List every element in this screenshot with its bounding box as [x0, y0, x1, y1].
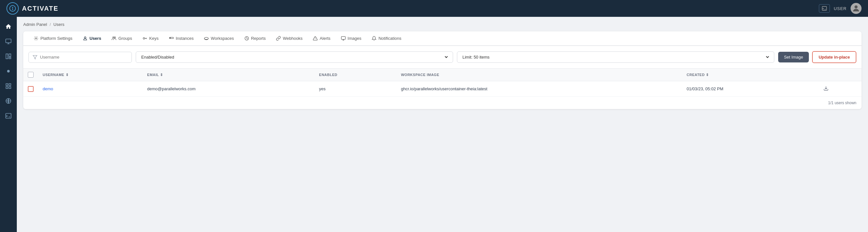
breadcrumb-users[interactable]: Users [53, 22, 64, 27]
sidebar-item-globe[interactable] [2, 94, 15, 108]
main-content: Admin Panel / Users Platform Settings Us… [17, 17, 868, 232]
enabled-filter[interactable]: Enabled/Disabled Enabled Disabled [136, 52, 453, 63]
svg-rect-4 [6, 54, 8, 59]
sidebar-item-panel[interactable] [2, 50, 15, 63]
svg-rect-5 [9, 54, 11, 57]
svg-rect-10 [9, 87, 11, 89]
sidebar-item-monitor[interactable] [2, 35, 15, 48]
sidebar-item-grid[interactable] [2, 80, 15, 92]
tab-images[interactable]: Images [336, 31, 367, 46]
tab-groups[interactable]: Groups [106, 31, 137, 46]
row-created: 01/03/23, 05:02 PM [682, 81, 819, 97]
row-checkbox-cell [23, 81, 38, 97]
username-link[interactable]: demo [43, 86, 53, 91]
user-label: USER [834, 6, 847, 11]
terminal-button[interactable] [819, 4, 830, 12]
svg-rect-7 [6, 84, 8, 86]
top-nav: ACTIVATE USER [0, 0, 868, 17]
header-checkbox[interactable] [28, 72, 34, 78]
tab-platform-settings[interactable]: Platform Settings [28, 31, 78, 46]
update-inplace-button[interactable]: Update in-place [812, 51, 856, 63]
svg-point-17 [143, 37, 145, 39]
set-image-button[interactable]: Set Image [778, 52, 809, 62]
col-enabled: ENABLED [314, 68, 396, 81]
tab-webhooks[interactable]: Webhooks [271, 31, 308, 46]
svg-point-13 [35, 38, 37, 39]
tab-reports[interactable]: Reports [239, 31, 271, 46]
users-shown-count: 1/1 users shown [828, 100, 856, 105]
row-email: demo@parallelworks.com [143, 81, 314, 97]
breadcrumb: Admin Panel / Users [23, 22, 862, 27]
enabled-select[interactable]: Enabled/Disabled Enabled Disabled [140, 54, 449, 60]
col-username: USERNAME ⇕ [38, 68, 143, 81]
row-username: demo [38, 81, 143, 97]
tab-workspaces[interactable]: Workspaces [199, 31, 239, 46]
tab-instances[interactable]: Instances [164, 31, 199, 46]
limit-filter[interactable]: Limit: 50 items Limit: 25 items Limit: 1… [457, 52, 774, 63]
breadcrumb-separator: / [50, 22, 51, 27]
svg-marker-25 [33, 55, 37, 59]
logo-icon [6, 2, 19, 14]
row-workspace-image: ghcr.io/parallelworks/usercontainer-thei… [397, 81, 682, 97]
filter-icon [33, 55, 37, 60]
tab-users[interactable]: Users [78, 31, 106, 46]
table-header-row: USERNAME ⇕ EMAIL ⇕ ENABLED WORKSPACE IMA… [23, 68, 862, 81]
row-action-cell [819, 81, 862, 97]
svg-point-2 [855, 5, 857, 8]
sidebar-item-terminal[interactable] [2, 109, 15, 122]
table-footer: 1/1 users shown [23, 97, 862, 109]
svg-point-15 [113, 37, 114, 38]
tabs-bar: Platform Settings Users Groups Keys [23, 31, 862, 46]
svg-point-20 [205, 37, 209, 39]
panel-card: Platform Settings Users Groups Keys [23, 31, 862, 109]
table-row: demo demo@parallelworks.com yes ghcr.io/… [23, 81, 862, 97]
col-checkbox [23, 68, 38, 81]
svg-rect-6 [9, 57, 11, 59]
nav-right: USER [819, 3, 862, 14]
col-email: EMAIL ⇕ [143, 68, 314, 81]
download-icon[interactable] [824, 86, 829, 92]
toolbar-actions: Set Image Update in-place [778, 51, 856, 63]
search-input[interactable] [40, 55, 128, 60]
search-box[interactable] [28, 52, 132, 63]
svg-rect-24 [341, 36, 345, 39]
toolbar: Enabled/Disabled Enabled Disabled Limit:… [23, 46, 862, 68]
tab-keys[interactable]: Keys [137, 31, 164, 46]
users-table: USERNAME ⇕ EMAIL ⇕ ENABLED WORKSPACE IMA… [23, 68, 862, 97]
svg-point-16 [115, 37, 116, 38]
sidebar-item-dot[interactable] [2, 65, 15, 78]
svg-rect-3 [6, 39, 11, 43]
svg-rect-8 [9, 84, 11, 86]
svg-point-14 [84, 37, 86, 38]
tab-notifications[interactable]: Notifications [367, 31, 406, 46]
col-created: CREATED ⇕ [682, 68, 819, 81]
row-actions [824, 86, 857, 92]
breadcrumb-admin-panel[interactable]: Admin Panel [23, 22, 47, 27]
svg-rect-9 [6, 87, 8, 89]
sidebar-item-home[interactable] [2, 20, 15, 33]
row-enabled: yes [314, 81, 396, 97]
col-workspace-image: WORKSPACE IMAGE [397, 68, 682, 81]
svg-point-19 [170, 37, 170, 38]
logo-text: ACTIVATE [22, 5, 59, 12]
row-checkbox[interactable] [28, 86, 34, 92]
limit-select[interactable]: Limit: 50 items Limit: 25 items Limit: 1… [461, 54, 770, 60]
sidebar [0, 17, 17, 232]
avatar [850, 3, 862, 14]
tab-alerts[interactable]: Alerts [308, 31, 335, 46]
col-actions [819, 68, 862, 81]
nav-brand: ACTIVATE [6, 2, 59, 14]
